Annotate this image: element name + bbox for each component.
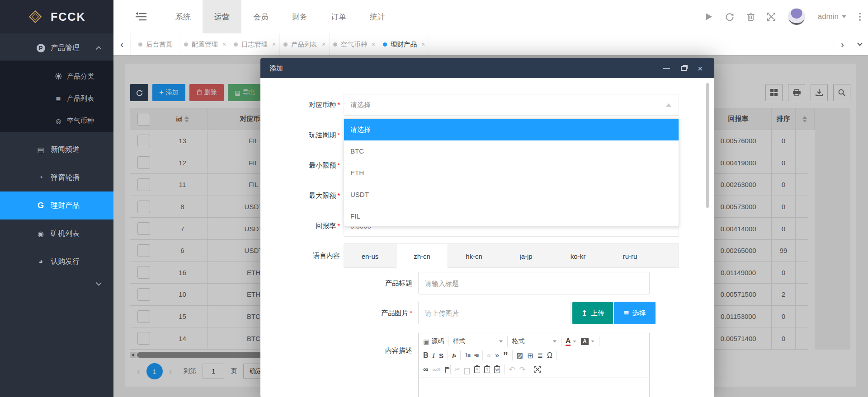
tab-close-icon[interactable]: ×: [372, 41, 375, 48]
top-right-actions: admin: [705, 0, 861, 33]
editor-content-area[interactable]: [419, 378, 649, 397]
sidebar-item-news-channel[interactable]: ▤ 新闻频道: [0, 135, 113, 163]
tab-config[interactable]: 配置管理 ×: [180, 33, 230, 55]
lang-tab-ru-ru[interactable]: ru-ru: [604, 244, 656, 268]
lang-tab-ko-kr[interactable]: ko-kr: [552, 244, 604, 268]
lang-tab-en-us[interactable]: en-us: [344, 244, 396, 268]
top-menu-order[interactable]: 订单: [319, 0, 358, 33]
top-menu-finance[interactable]: 财务: [280, 0, 319, 33]
editor-maximize-button[interactable]: [534, 366, 541, 373]
insert-image-button[interactable]: ▨: [517, 351, 523, 360]
dropdown-option-eth[interactable]: ETH: [344, 162, 679, 184]
bg-color-button[interactable]: A: [581, 338, 595, 345]
sidebar-item-air-coin[interactable]: ◎ 空气币种: [0, 110, 113, 132]
sidebar-group-product-mgmt[interactable]: P 产品管理: [0, 35, 113, 61]
tabs-scroll-right-button[interactable]: ›: [834, 33, 851, 55]
user-menu[interactable]: admin: [818, 12, 846, 21]
user-avatar[interactable]: [788, 8, 805, 25]
sidebar-item-popup-carousel[interactable]: ◔ 弹窗轮播: [0, 163, 113, 191]
anchor-button[interactable]: [445, 367, 446, 373]
special-char-button[interactable]: Ω: [547, 351, 552, 360]
top-menu-stats[interactable]: 统计: [358, 0, 397, 33]
tab-dot: [234, 42, 238, 47]
tab-air-coin[interactable]: 空气币种 ×: [330, 33, 379, 55]
sidebar-item-miner-list[interactable]: ◉ 矿机列表: [0, 220, 113, 248]
dropdown-option-btc[interactable]: BTC: [344, 140, 679, 162]
maximize-icon[interactable]: [681, 66, 687, 71]
bold-button[interactable]: B: [423, 351, 429, 360]
g-letter-icon: G: [35, 201, 46, 210]
sidebar-item-label: 空气币种: [67, 117, 94, 125]
tab-close-icon[interactable]: ×: [222, 41, 226, 48]
tabs-scroll-left-button[interactable]: ‹: [113, 33, 131, 55]
sidebar-item-product-list[interactable]: ≣ 产品列表: [0, 88, 113, 110]
horizontal-rule-button[interactable]: ≣: [537, 351, 543, 360]
sidebar-item-product-category[interactable]: 产品分类: [0, 65, 113, 88]
lang-tab-zh-cn[interactable]: zh-cn: [396, 244, 448, 269]
sidebar-collapse-icon[interactable]: [136, 12, 146, 23]
tab-logs[interactable]: 日志管理 ×: [230, 33, 280, 55]
undo-button[interactable]: ↶: [509, 365, 515, 374]
required-asterisk: *: [337, 101, 340, 108]
paste-button[interactable]: ≡: [474, 366, 480, 373]
tabs-menu-button[interactable]: [851, 33, 868, 55]
tab-close-icon[interactable]: ×: [421, 41, 425, 48]
tab-product-list[interactable]: 产品列表 ×: [280, 33, 330, 55]
indent-button[interactable]: »: [495, 351, 499, 360]
minimize-icon[interactable]: [663, 68, 670, 69]
italic-button[interactable]: I: [433, 351, 435, 360]
copy-button[interactable]: [464, 367, 470, 372]
outdent-button[interactable]: «: [487, 351, 491, 360]
brand-logo[interactable]: FCCK: [0, 0, 113, 33]
choose-button[interactable]: ≣ 选择: [614, 302, 656, 324]
text-color-button[interactable]: A: [566, 337, 577, 346]
lang-tab-ja-jp[interactable]: ja-jp: [500, 244, 552, 268]
sidebar-item-finance-product[interactable]: G 理财产品: [0, 191, 113, 220]
play-icon[interactable]: [705, 13, 712, 21]
ordered-list-button[interactable]: 1≡: [465, 352, 470, 359]
format-select[interactable]: 格式: [512, 337, 557, 346]
cycle-field-label: 玩法周期*: [260, 124, 340, 146]
blockquote-button[interactable]: ”: [503, 353, 508, 358]
fullscreen-icon[interactable]: [767, 13, 775, 21]
top-menu-member[interactable]: 会员: [241, 0, 280, 33]
wheel-icon: ◉: [35, 229, 46, 238]
tab-close-icon[interactable]: ×: [272, 41, 276, 48]
unlink-button[interactable]: ∞×: [432, 366, 440, 373]
product-title-input[interactable]: [418, 272, 650, 294]
clock-circle-icon: ◕: [35, 257, 46, 266]
dropdown-option-usdt[interactable]: USDT: [344, 184, 679, 206]
style-select[interactable]: 样式: [453, 337, 503, 346]
dropdown-option-fil[interactable]: FIL: [344, 206, 679, 227]
required-asterisk: *: [337, 161, 340, 169]
lang-tab-hk-cn[interactable]: hk-cn: [448, 244, 500, 268]
sidebar-item-subscription-issue[interactable]: ◕ 认购发行: [0, 248, 113, 276]
sidebar-item-label: 产品分类: [67, 72, 94, 81]
currency-select[interactable]: 请选择: [344, 94, 679, 116]
upload-button[interactable]: ↥ 上传: [572, 302, 613, 324]
top-menu-system[interactable]: 系统: [164, 0, 203, 33]
close-icon[interactable]: ×: [698, 64, 703, 73]
refresh-icon[interactable]: [725, 12, 734, 21]
username: admin: [818, 12, 839, 21]
trash-icon[interactable]: [747, 13, 755, 21]
redo-button[interactable]: ↷: [519, 365, 525, 374]
strikethrough-button[interactable]: S: [439, 352, 443, 360]
paste-word-button[interactable]: W: [494, 366, 500, 373]
tab-finance-product[interactable]: 理财产品 ×: [379, 33, 429, 55]
bullet-list-button[interactable]: •≡: [474, 352, 478, 359]
insert-table-button[interactable]: ⊞: [527, 351, 533, 360]
top-menu-operation[interactable]: 运营: [203, 0, 241, 33]
cut-button[interactable]: ✂: [455, 365, 461, 374]
tab-home[interactable]: 后台首页: [131, 33, 180, 55]
dropdown-option-placeholder[interactable]: 请选择: [344, 119, 679, 140]
paste-text-button[interactable]: T: [484, 366, 490, 373]
source-code-button[interactable]: ▣ 源码: [423, 337, 444, 346]
dialog-scrollbar-thumb[interactable]: [706, 83, 709, 208]
dialog-titlebar[interactable]: 添加 ×: [260, 58, 714, 78]
product-image-input[interactable]: [418, 302, 571, 324]
remove-format-button[interactable]: Ix: [452, 352, 456, 360]
tab-close-icon[interactable]: ×: [322, 41, 326, 48]
link-button[interactable]: ∞: [423, 365, 428, 374]
more-menu-icon[interactable]: [859, 13, 861, 21]
